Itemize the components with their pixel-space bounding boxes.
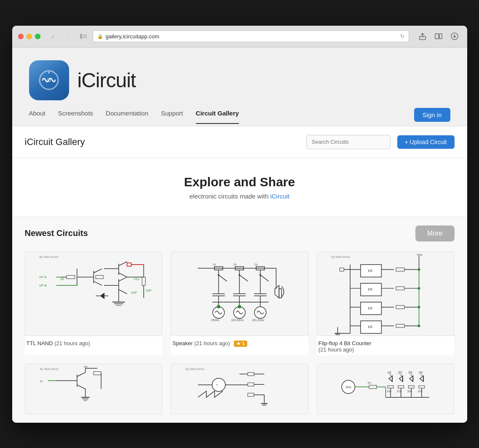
add-tab-button[interactable] xyxy=(432,30,445,42)
svg-text:By Niles Amos: By Niles Amos xyxy=(186,367,205,370)
svg-text:350Hz: 350Hz xyxy=(211,319,220,322)
svg-text:2Hz: 2Hz xyxy=(345,385,351,389)
circuit-thumbnail-flipflop: By Niles Amos FF FF xyxy=(317,252,455,336)
svg-text:R1: R1 xyxy=(368,381,372,384)
hero-subtitle-text: electronic circuits made with xyxy=(190,193,270,200)
hero-subtitle: electronic circuits made with iCircuit xyxy=(21,193,459,200)
svg-point-93 xyxy=(217,305,220,308)
app-icon-svg xyxy=(36,67,62,93)
reload-icon[interactable]: ↻ xyxy=(400,33,404,39)
svg-text:By Niles Amos: By Niles Amos xyxy=(39,255,58,258)
app-icon xyxy=(29,60,69,100)
svg-point-156 xyxy=(212,378,225,391)
nav-link-support[interactable]: Support xyxy=(161,110,183,124)
maximize-button[interactable] xyxy=(35,34,40,39)
circuit-name-speaker: Speaker xyxy=(172,340,193,346)
svg-text:O/P: O/P xyxy=(131,291,137,295)
svg-text:O/P: O/P xyxy=(146,289,152,292)
search-input[interactable] xyxy=(306,135,391,149)
svg-text:FF: FF xyxy=(368,268,373,273)
svg-point-126 xyxy=(417,287,420,290)
svg-point-88 xyxy=(218,274,219,276)
upload-circuit-button[interactable]: + Upload Circuit xyxy=(397,135,455,149)
circuit-card-6[interactable]: 2Hz R1 Q1 Q2 Q3 Q4 xyxy=(317,364,455,414)
circuit-thumbnail-speaker: 1k 1k 1k xyxy=(171,252,308,336)
app-header: iCircuit xyxy=(12,48,467,100)
close-button[interactable] xyxy=(18,34,24,39)
browser-window: ‹ › 🔒 gallery.icircuitapp.com ↻ xyxy=(12,26,467,423)
nav-links: About Screenshots Documentation Support … xyxy=(29,110,414,124)
circuits-section: Newest Circuits More By Niles Amos xyxy=(12,217,467,423)
circuit-thumbnail-6: 2Hz R1 Q1 Q2 Q3 Q4 xyxy=(317,364,455,414)
svg-text:Q4: Q4 xyxy=(419,370,423,374)
svg-text:1k: 1k xyxy=(254,262,257,266)
svg-point-90 xyxy=(239,274,241,276)
svg-rect-1 xyxy=(83,35,87,35)
svg-text:By Niles Amos: By Niles Amos xyxy=(40,367,59,370)
sidebar-toggle-button[interactable] xyxy=(78,30,89,42)
circuit-card-ttl-nand[interactable]: By Niles Amos xyxy=(25,252,163,355)
svg-text:261.63Hz: 261.63Hz xyxy=(252,319,265,322)
nav-link-about[interactable]: About xyxy=(29,110,45,124)
svg-text:FF: FF xyxy=(368,325,373,329)
svg-text:By Niles Amos: By Niles Amos xyxy=(331,255,350,258)
circuit-name-flipflop: Flip-flop 4 Bit Counter xyxy=(318,340,372,346)
svg-rect-5 xyxy=(435,34,439,39)
hero-section: Explore and Share electronic circuits ma… xyxy=(12,158,467,217)
svg-text:Q2: Q2 xyxy=(398,370,402,374)
circuit-card-speaker[interactable]: 1k 1k 1k xyxy=(171,252,308,355)
nav-bar: About Screenshots Documentation Support … xyxy=(12,100,467,126)
nav-link-documentation[interactable]: Documentation xyxy=(106,110,148,124)
address-bar[interactable]: 🔒 gallery.icircuitapp.com ↻ xyxy=(93,30,409,42)
circuit-card-4[interactable]: By Niles Amos xyxy=(25,364,163,414)
sign-in-button[interactable]: Sign in xyxy=(414,108,450,122)
svg-text:~: ~ xyxy=(216,383,218,387)
svg-text:Vcc: Vcc xyxy=(417,252,422,256)
svg-rect-0 xyxy=(80,34,82,39)
download-button[interactable] xyxy=(448,30,461,42)
minimize-button[interactable] xyxy=(27,34,32,39)
svg-text:1k: 1k xyxy=(233,262,237,266)
traffic-lights xyxy=(18,34,40,39)
circuits-grid-row2: By Niles Amos xyxy=(25,364,455,414)
url-text: gallery.icircuitapp.com xyxy=(106,33,160,40)
back-button[interactable]: ‹ xyxy=(47,30,59,42)
svg-point-94 xyxy=(238,305,241,308)
svg-rect-3 xyxy=(83,38,87,38)
svg-text:I/P B: I/P B xyxy=(39,284,46,287)
svg-point-125 xyxy=(417,268,420,271)
svg-text:1k: 1k xyxy=(212,262,216,266)
svg-text:320.63Hz: 320.63Hz xyxy=(231,319,244,322)
svg-text:Q3: Q3 xyxy=(408,370,412,374)
nav-link-screenshots[interactable]: Screenshots xyxy=(58,110,93,124)
circuit-thumbnail-4: By Niles Amos xyxy=(25,364,163,414)
svg-text:In: In xyxy=(40,379,43,383)
star-badge-speaker: ★ 1 xyxy=(234,341,247,347)
page-content: iCircuit About Screenshots Documentation… xyxy=(12,48,467,423)
svg-rect-2 xyxy=(83,36,87,37)
circuit-info-ttl-nand: TTL NAND (21 hours ago) xyxy=(25,336,163,349)
circuit-time-flipflop: (21 hours ago) xyxy=(318,346,354,353)
hero-subtitle-link[interactable]: iCircuit xyxy=(270,193,289,200)
svg-point-127 xyxy=(417,306,420,308)
circuits-header: Newest Circuits More xyxy=(25,225,455,241)
svg-rect-6 xyxy=(439,34,442,39)
circuits-grid: By Niles Amos xyxy=(25,252,455,355)
circuit-card-flipflop[interactable]: By Niles Amos FF FF xyxy=(317,252,455,355)
circuit-info-flipflop: Flip-flop 4 Bit Counter (21 hours ago) xyxy=(317,336,455,355)
forward-button[interactable]: › xyxy=(62,30,74,42)
gallery-header: iCircuit Gallery + Upload Circuit xyxy=(12,126,467,158)
svg-rect-154 xyxy=(182,364,297,414)
circuit-card-5[interactable]: By Niles Amos ~ xyxy=(171,364,308,414)
svg-text:Q1: Q1 xyxy=(388,370,391,374)
lock-icon: 🔒 xyxy=(97,34,103,39)
circuit-time-speaker: (21 hours ago) xyxy=(194,340,230,346)
svg-text:+5V: +5V xyxy=(133,277,139,281)
circuit-thumbnail-ttl-nand: By Niles Amos xyxy=(25,252,163,336)
share-button[interactable] xyxy=(416,30,429,42)
more-button[interactable]: More xyxy=(415,225,454,241)
svg-rect-95 xyxy=(327,252,444,335)
title-bar: ‹ › 🔒 gallery.icircuitapp.com ↻ xyxy=(12,26,467,48)
svg-text:I/P: I/P xyxy=(60,277,64,281)
nav-link-circuit-gallery[interactable]: Circuit Gallery xyxy=(196,110,239,124)
